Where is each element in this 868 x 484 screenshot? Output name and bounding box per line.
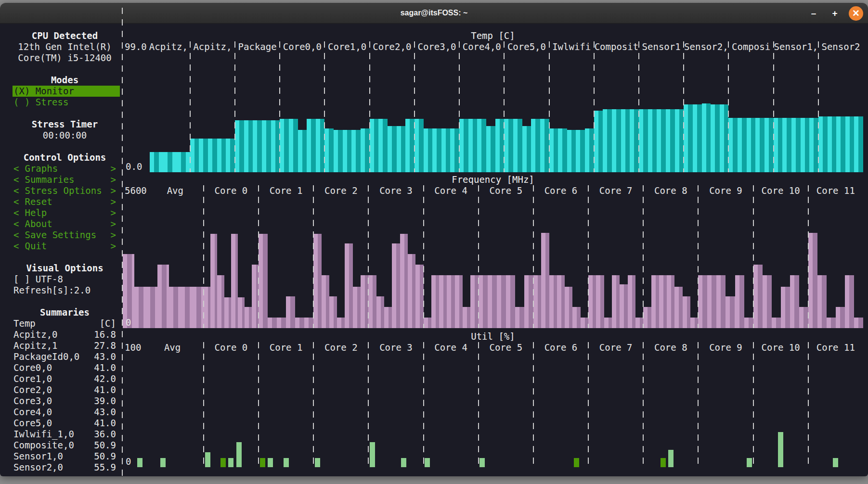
bar-slot [150,52,163,172]
chart-column: Core 2 [313,342,368,467]
bar-slot [304,196,313,328]
menu-item-quit[interactable]: <Quit> [13,241,116,252]
utf8-checkbox[interactable]: [ ] UTF-8 [13,274,116,285]
bar-slot [832,353,840,467]
chart-column: Core 5 [479,185,533,328]
history-bar [648,109,657,172]
menu-left-arrow: < [13,185,19,196]
history-bar [657,109,666,172]
history-bar [659,275,667,328]
menu-item-graphs[interactable]: <Graphs> [13,163,116,174]
column-category-label: Core 5 [479,185,533,196]
bar-slot [725,196,735,328]
column-header: Composit [594,41,639,52]
history-bar [425,458,430,467]
bar-slot [524,196,533,328]
column-header: Acpitz, [190,41,235,52]
menu-item-reset[interactable]: <Reset> [13,196,116,207]
refresh-rate-field[interactable]: Refresh[s]:2.0 [13,285,116,296]
bar-slot [450,52,459,172]
history-bar [353,287,361,328]
y-axis-min-label: 0 [126,317,131,328]
bar-slot [479,353,486,467]
bar-slot [134,353,146,467]
bar-slot [772,196,781,328]
history-bar [567,130,576,172]
mode-option-monitor[interactable]: (X) Monitor [13,86,120,97]
chart-column: Core 3 [368,185,423,328]
bar-slot [557,196,565,328]
bar-slot [785,353,792,467]
history-bar [217,139,226,172]
minimize-button[interactable]: – [806,6,821,21]
column-plot [643,196,698,328]
summary-sensor-value: 36.0 [94,429,116,440]
chart-columns: 5600AvgCore 0Core 1Core 2Core 3Core 4Cor… [123,185,863,328]
history-bar [698,275,707,328]
bar-slot [227,353,235,467]
column-category-label: Core 6 [533,185,588,196]
bar-slot [565,353,572,467]
bar-slot [594,52,603,172]
menu-right-arrow: > [111,185,116,196]
column-plot [774,52,818,172]
bar-slot [226,52,235,172]
column-plot [204,353,259,467]
bar-slot [351,52,361,172]
cpu-model-line-2: Core(TM) i5-12400 [13,52,116,64]
history-bar [468,119,478,172]
history-bar [504,119,513,172]
y-axis-max-label: 99.0 [123,41,147,52]
close-button[interactable]: ✕ [849,6,863,21]
column-header: Sensor1 [639,41,684,52]
history-bar [477,119,486,172]
menu-item-save-settings[interactable]: <Save Settings> [13,229,116,241]
summary-sensor-value: 55.9 [94,462,116,473]
column-category-label: Core 10 [753,342,808,353]
column-category-label: Acpitz, [147,41,190,52]
history-bar [424,128,433,172]
summary-sensor-value: 42.0 [94,373,116,384]
maximize-button[interactable]: + [828,6,842,21]
history-bar [540,119,549,172]
bar-slot [714,353,722,467]
history-bar [711,104,720,172]
bar-slot [181,353,192,467]
column-header: Core 3 [368,185,423,196]
column-category-label: Core 2 [313,342,368,353]
history-bar [370,119,379,172]
history-bar [744,318,753,328]
bar-slot [343,52,352,172]
history-bar [177,152,190,172]
column-category-label: Core 0 [204,185,259,196]
column-plot [684,52,728,172]
menu-item-help[interactable]: <Help> [13,207,116,218]
bar-slot [603,52,612,172]
history-bar [424,318,431,328]
history-bar [764,118,774,172]
history-bar [854,318,863,328]
bar-slot [735,196,744,328]
chart-column: Core 10 [753,185,808,328]
cpu-detected-heading: CPU Detected [13,30,116,41]
history-bar [284,458,289,467]
bar-slot [828,52,837,172]
column-header: Core 5 [479,185,533,196]
menu-left-arrow: < [13,174,19,185]
summary-sensor-name: Sensor1,0 [13,451,63,462]
bar-slot [376,196,384,328]
bar-slot [621,52,630,172]
history-bar [581,318,588,328]
history-bar [304,318,313,328]
bar-slot [353,353,361,467]
summaries-header-unit: [C] [100,318,116,329]
chart-column: Core 6 [533,342,588,467]
menu-item-summaries[interactable]: <Summaries> [13,174,116,185]
menu-item-label: Graphs [25,163,110,174]
menu-item-about[interactable]: <About> [13,218,116,229]
bar-slot [836,196,845,328]
menu-item-stress-options[interactable]: <Stress Options> [13,185,116,196]
mode-option-stress[interactable]: ( ) Stress [13,97,116,108]
chart-column: Sensor2 [818,41,863,172]
bar-slot [522,52,531,172]
